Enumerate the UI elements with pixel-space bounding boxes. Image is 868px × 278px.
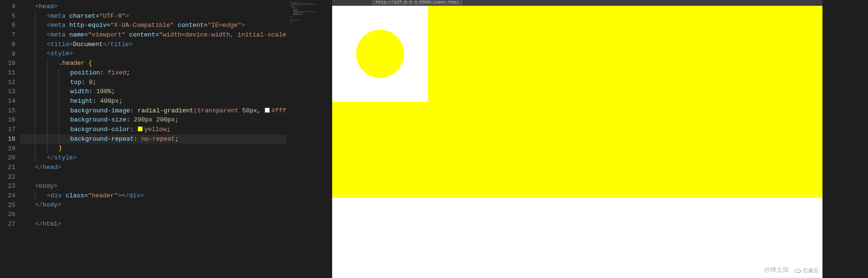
code-line[interactable]: <meta name="viewport" content="width=dev… [20,30,287,40]
cloud-icon [793,268,802,273]
code-line[interactable]: position: fixed; [20,68,287,78]
line-number: 15 [0,106,15,116]
code-line[interactable]: <body> [20,181,287,191]
code-line[interactable] [20,210,287,219]
line-number: 14 [0,97,15,106]
color-swatch-icon[interactable] [138,126,143,132]
code-line[interactable] [20,172,287,181]
rendered-header-div [332,6,822,198]
code-line[interactable]: height: 400px; [20,97,287,106]
code-line[interactable]: <style> [20,49,287,59]
minimap-content [288,1,331,24]
code-line[interactable]: </style> [20,153,287,163]
minimap[interactable] [287,0,332,278]
code-line[interactable]: width: 100%; [20,87,287,97]
code-line[interactable]: <head> [20,2,287,12]
line-number: 22 [0,172,15,182]
browser-toolbar: http://127.0.0.1:5500/index.html [332,0,822,6]
code-line[interactable]: } [20,144,287,153]
line-number: 20 [0,153,15,163]
line-number: 21 [0,163,15,172]
browser-preview-pane: http://127.0.0.1:5500/index.html @稀土掘 亿速… [332,0,822,278]
code-line[interactable]: background-color: yellow; [20,125,287,134]
watermark-juejin: @稀土掘 [764,266,789,274]
code-line[interactable]: <meta http-equiv="X-UA-Compatible" conte… [20,21,287,30]
line-number: 17 [0,125,15,134]
line-number: 16 [0,115,15,125]
watermark-yisu-text: 亿速云 [803,267,819,274]
app-container: 4567891011121314151617181920212223242526… [0,0,868,278]
code-line[interactable]: </body> [20,200,287,210]
code-line[interactable]: top: 0; [20,78,287,87]
line-number: 4 [0,2,15,12]
line-number: 24 [0,191,15,201]
code-line[interactable]: background-image: radial-gradient(transp… [20,106,287,116]
line-number: 18 [0,134,15,144]
code-line[interactable]: <title>Document</title> [20,40,287,49]
code-line[interactable]: <div class="header"></div> [20,191,287,201]
code-line[interactable]: </html> [20,219,287,229]
line-number: 13 [0,87,15,97]
code-editor-pane[interactable]: 4567891011121314151617181920212223242526… [0,0,332,278]
line-number: 12 [0,78,15,87]
line-number: 26 [0,210,15,219]
line-number: 27 [0,219,15,229]
line-number: 8 [0,40,15,49]
code-line[interactable]: .header { [20,59,287,68]
line-number: 10 [0,59,15,68]
line-number: 11 [0,68,15,78]
line-number-gutter: 4567891011121314151617181920212223242526… [0,0,20,278]
line-number: 9 [0,49,15,59]
code-line[interactable]: <meta charset="UTF-8"> [20,12,287,21]
preview-viewport[interactable]: @稀土掘 亿速云 [332,6,822,278]
code-line[interactable]: </head> [20,163,287,172]
line-number: 19 [0,144,15,154]
line-number: 25 [0,201,15,210]
line-number: 23 [0,181,15,191]
line-number: 7 [0,30,15,40]
code-area[interactable]: <head> <meta charset="UTF-8"> <meta http… [20,0,287,278]
minimap-line [288,23,331,24]
url-bar[interactable]: http://127.0.0.1:5500/index.html [372,0,463,5]
color-swatch-icon[interactable] [265,108,270,113]
line-number: 5 [0,12,15,21]
code-line[interactable]: background-repeat: no-repeat; [20,134,287,144]
watermark-yisu: 亿速云 [793,267,819,274]
code-line[interactable]: background-size: 200px 200px; [20,115,287,125]
line-number: 6 [0,21,15,30]
